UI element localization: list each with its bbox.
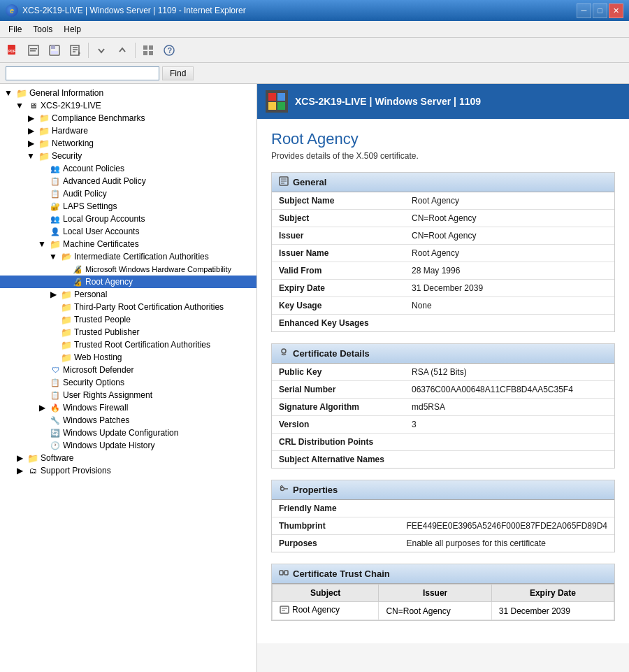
table-row: Thumbprint FEE449EE0E3965A5246F000E87FDE… [272,517,614,535]
tree-item-account-policies[interactable]: 👥 Account Policies [0,162,256,175]
tree-item-trusted-people[interactable]: 📁 Trusted People [0,313,256,326]
tree-item-win-update-config[interactable]: 🔄 Windows Update Configuration [0,427,256,439]
tree-label: Trusted People [74,315,131,324]
tree-item-user-rights[interactable]: 📋 User Rights Assignment [0,389,256,401]
menu-tools[interactable]: Tools [27,23,58,36]
tree-item-trusted-root[interactable]: 📁 Trusted Root Certification Authorities [0,338,256,351]
tree-label: Security Options [63,378,124,387]
close-button[interactable]: ✕ [609,3,623,18]
table-row[interactable]: Root Agency CN=Root Agency 31 December 2… [273,602,614,620]
toolbar-btn-2[interactable] [24,41,43,60]
tree-item-ms-hardware[interactable]: 🔏 Microsoft Windows Hardware Compatibili… [0,263,256,276]
spacer-icon [36,377,48,388]
spacer-icon [48,339,59,350]
tree-label: User Rights Assignment [63,390,152,400]
toolbar-btn-help[interactable]: ? [159,41,179,60]
app-icon: e [6,4,18,17]
folder-icon: 📁 [61,301,72,313]
policy-icon: 👥 [50,163,61,174]
tree-item-local-group[interactable]: 👥 Local Group Accounts [0,213,256,225]
field-value [405,315,614,332]
general-section-header: General [272,173,614,192]
tree-label: Security [52,151,82,161]
folder-green-icon: 📁 [38,113,50,124]
content-panel: XCS-2K19-LIVE | Windows Server | 1109 Ro… [257,84,629,672]
field-label: Key Usage [272,297,405,315]
page-subtitle: Provides details of the X.509 certificat… [271,151,615,161]
folder-icon: 📁 [38,125,50,136]
tree-item-root-agency[interactable]: 🔏 Root Agency [0,276,256,288]
table-row: CRL Distribution Points [272,434,614,451]
spacer-icon [36,213,48,224]
tree-item-win-firewall[interactable]: ▶ 🔥 Windows Firewall [0,401,256,414]
tree-item-personal[interactable]: ▶ 📁 Personal [0,288,256,301]
tree-item-general-info[interactable]: ▼ 📁 General Information [0,87,256,99]
menu-file[interactable]: File [3,23,27,36]
search-input[interactable] [6,66,159,80]
tree-item-win-update-history[interactable]: 🕐 Windows Update History [0,439,256,452]
tree-item-machine-certs[interactable]: ▼ 📁 Machine Certificates [0,238,256,250]
toolbar-btn-grid[interactable] [138,41,158,60]
expand-icon: ▶ [48,289,59,300]
toolbar-btn-up[interactable] [113,41,132,60]
toolbar-btn-save[interactable] [45,41,64,60]
tree-label: Web Hosting [74,352,122,362]
title-bar-left: e XCS-2K19-LIVE | Windows Server | 1109 … [6,4,246,17]
tree-item-laps[interactable]: 🔐 LAPS Settings [0,200,256,213]
cert-icon [279,348,289,359]
folder-icon: 📁 [38,150,50,162]
svg-rect-13 [143,45,147,50]
table-row: Valid From 28 May 1996 [272,262,614,280]
tree-label: XCS-2K19-LIVE [41,101,101,110]
spacer-icon [36,389,48,401]
tree-item-advanced-audit[interactable]: 📋 Advanced Audit Policy [0,175,256,187]
col-issuer: Issuer [379,585,491,602]
tree-item-support[interactable]: ▶ 🗂 Support Provisions [0,464,256,477]
toolbar-btn-down[interactable] [92,41,111,60]
tree-item-xcs[interactable]: ▼ 🖥 XCS-2K19-LIVE [0,99,256,112]
spacer-icon [36,163,48,174]
toolbar-btn-pdf[interactable]: PDF [3,41,22,60]
tree-item-trusted-publisher[interactable]: 📁 Trusted Publisher [0,326,256,338]
tree-item-hardware[interactable]: ▶ 📁 Hardware [0,124,256,137]
field-label: Serial Number [272,381,405,399]
table-row: Enhanced Key Usages [272,315,614,332]
tree-item-win-patches[interactable]: 🔧 Windows Patches [0,414,256,427]
field-value: 28 May 1996 [405,262,614,280]
tree-label: Support Provisions [41,466,111,476]
tree-label: Windows Patches [63,415,129,425]
table-row: Key Usage None [272,297,614,315]
tree-label: Intermediate Certification Authorities [74,252,209,262]
svg-rect-20 [277,93,285,101]
tree-item-audit-policy[interactable]: 📋 Audit Policy [0,187,256,200]
tree-item-intermediate-ca[interactable]: ▼ 📂 Intermediate Certification Authoriti… [0,250,256,263]
maximize-button[interactable]: □ [593,3,607,18]
properties-icon [279,484,289,496]
find-button[interactable]: Find [162,66,194,80]
title-bar: e XCS-2K19-LIVE | Windows Server | 1109 … [0,0,629,21]
spacer-icon [36,176,48,187]
tree-item-web-hosting[interactable]: 📁 Web Hosting [0,351,256,364]
tree-label: Hardware [52,126,88,136]
tree-label: Personal [74,289,107,299]
chain-icon [279,568,289,580]
toolbar-btn-edit[interactable] [66,41,85,60]
field-label: CRL Distribution Points [272,434,405,451]
tree-item-security-options[interactable]: 📋 Security Options [0,376,256,389]
firewall-icon: 🔥 [50,402,61,413]
tree-item-ms-defender[interactable]: 🛡 Microsoft Defender [0,364,256,376]
tree-item-software[interactable]: ▶ 📁 Software [0,452,256,464]
cert-red-icon: 🔏 [72,264,83,275]
menu-help[interactable]: Help [58,23,87,36]
field-label: Friendly Name [272,500,399,517]
minimize-button[interactable]: ─ [577,3,591,18]
svg-rect-14 [149,45,153,50]
svg-rect-21 [268,102,276,110]
properties-section: Properties Friendly Name Thumbprint FEE4… [271,480,615,552]
tree-item-networking[interactable]: ▶ 📁 Networking [0,137,256,150]
tree-item-third-party[interactable]: 📁 Third-Party Root Certification Authori… [0,301,256,313]
tree-item-compliance[interactable]: ▶ 📁 Compliance Benchmarks [0,112,256,124]
tree-item-security[interactable]: ▼ 📁 Security [0,150,256,162]
svg-rect-34 [280,606,289,613]
tree-item-local-user[interactable]: 👤 Local User Accounts [0,225,256,238]
